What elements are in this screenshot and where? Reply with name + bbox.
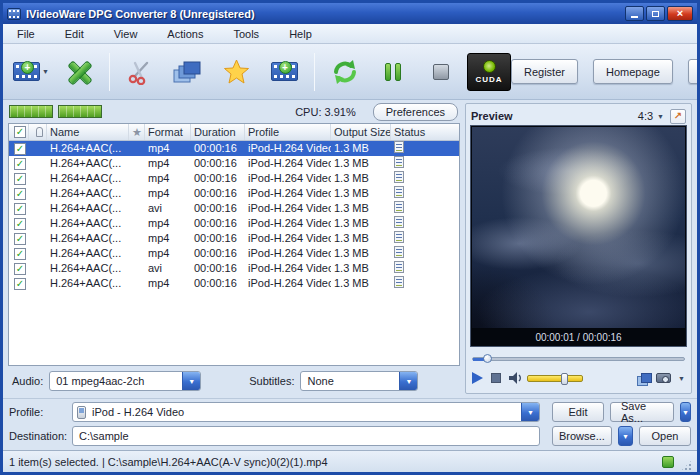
play-button[interactable] bbox=[472, 372, 483, 384]
chevron-down-icon[interactable]: ▼ bbox=[182, 372, 200, 390]
cuda-button[interactable]: CUDA bbox=[467, 49, 511, 95]
add-film-button[interactable]: + bbox=[262, 49, 306, 95]
merge-button[interactable] bbox=[166, 49, 210, 95]
row-checkbox[interactable]: ✓ bbox=[9, 156, 29, 171]
menu-help[interactable]: Help bbox=[289, 28, 312, 40]
stop-icon bbox=[433, 64, 449, 80]
row-checkbox[interactable]: ✓ bbox=[9, 246, 29, 261]
video-frame bbox=[472, 127, 685, 328]
table-row[interactable]: ✓ H.264+AAC(... mp4 00:00:16 iPod-H.264 … bbox=[9, 141, 459, 156]
table-row[interactable]: ✓ H.264+AAC(... mp4 00:00:16 iPod-H.264 … bbox=[9, 186, 459, 201]
row-checkbox[interactable]: ✓ bbox=[9, 216, 29, 231]
table-row[interactable]: ✓ H.264+AAC(... mp4 00:00:16 iPod-H.264 … bbox=[9, 231, 459, 246]
table-row[interactable]: ✓ H.264+AAC(... mp4 00:00:16 iPod-H.264 … bbox=[9, 246, 459, 261]
row-output-size: 1.3 MB bbox=[331, 231, 391, 246]
table-row[interactable]: ✓ H.264+AAC(... avi 00:00:16 iPod-H.264 … bbox=[9, 201, 459, 216]
save-as-button[interactable]: Save As... bbox=[610, 402, 674, 422]
row-checkbox[interactable]: ✓ bbox=[9, 171, 29, 186]
edit-profile-button[interactable]: Edit bbox=[552, 402, 604, 422]
table-row[interactable]: ✓ H.264+AAC(... mp4 00:00:16 iPod-H.264 … bbox=[9, 276, 459, 291]
attachment-column-header[interactable] bbox=[29, 124, 47, 140]
convert-button[interactable] bbox=[323, 49, 367, 95]
table-row[interactable]: ✓ H.264+AAC(... mp4 00:00:16 iPod-H.264 … bbox=[9, 156, 459, 171]
row-format: mp4 bbox=[145, 231, 191, 246]
menu-tools[interactable]: Tools bbox=[233, 28, 259, 40]
cuda-icon: CUDA bbox=[467, 53, 511, 91]
row-name: H.264+AAC(... bbox=[47, 276, 129, 291]
open-button[interactable]: Open bbox=[639, 426, 691, 446]
row-checkbox[interactable]: ✓ bbox=[9, 276, 29, 291]
row-name: H.264+AAC(... bbox=[47, 261, 129, 276]
help-button[interactable]: help bbox=[688, 59, 700, 84]
row-format: mp4 bbox=[145, 276, 191, 291]
close-button[interactable]: × bbox=[667, 6, 693, 21]
speaker-icon[interactable] bbox=[509, 372, 523, 384]
menu-file[interactable]: File bbox=[17, 28, 35, 40]
browse-dropdown-button[interactable]: ▼ bbox=[618, 426, 633, 446]
chevron-down-icon[interactable]: ▼ bbox=[678, 375, 685, 382]
table-row[interactable]: ✓ H.264+AAC(... mp4 00:00:16 iPod-H.264 … bbox=[9, 171, 459, 186]
status-icon bbox=[394, 201, 404, 213]
stop-playback-button[interactable] bbox=[491, 373, 501, 383]
register-button[interactable]: Register bbox=[511, 59, 578, 84]
destination-field[interactable]: C:\sample bbox=[72, 426, 540, 446]
table-row[interactable]: ✓ H.264+AAC(... mp4 00:00:16 iPod-H.264 … bbox=[9, 216, 459, 231]
audio-select[interactable]: 01 mpeg4aac-2ch ▼ bbox=[49, 371, 201, 391]
add-files-button[interactable]: + ▼ bbox=[9, 49, 53, 95]
row-checkbox[interactable]: ✓ bbox=[9, 201, 29, 216]
effects-button[interactable] bbox=[214, 49, 258, 95]
select-all-checkbox[interactable]: ✓ bbox=[9, 124, 29, 140]
progress-meter-2 bbox=[58, 105, 102, 118]
titlebar[interactable]: IVideoWare DPG Converter 8 (Unregistered… bbox=[3, 3, 697, 24]
pause-button[interactable] bbox=[371, 49, 415, 95]
menu-actions[interactable]: Actions bbox=[167, 28, 203, 40]
seek-thumb[interactable] bbox=[483, 354, 492, 363]
resize-grip[interactable] bbox=[680, 459, 693, 472]
status-icon bbox=[394, 141, 404, 153]
header-name[interactable]: Name bbox=[47, 124, 129, 140]
menu-edit[interactable]: Edit bbox=[65, 28, 84, 40]
video-screen: 00:00:01 / 00:00:16 bbox=[470, 125, 687, 347]
stop-button[interactable] bbox=[419, 49, 463, 95]
header-star[interactable]: ★ bbox=[129, 124, 145, 140]
frame-capture-icon[interactable] bbox=[637, 373, 651, 384]
chevron-down-icon[interactable]: ▼ bbox=[399, 372, 417, 390]
clip-button[interactable] bbox=[118, 49, 162, 95]
header-format[interactable]: Format bbox=[145, 124, 191, 140]
seek-slider[interactable] bbox=[472, 352, 685, 365]
row-checkbox[interactable]: ✓ bbox=[9, 186, 29, 201]
add-files-dropdown-icon[interactable]: ▼ bbox=[42, 68, 49, 75]
row-profile: iPod-H.264 Video bbox=[245, 156, 331, 171]
volume-slider[interactable] bbox=[527, 375, 583, 382]
row-checkbox[interactable]: ✓ bbox=[9, 231, 29, 246]
homepage-button[interactable]: Homepage bbox=[593, 59, 673, 84]
menu-view[interactable]: View bbox=[114, 28, 138, 40]
header-profile[interactable]: Profile bbox=[245, 124, 331, 140]
preferences-button[interactable]: Preferences bbox=[373, 103, 458, 121]
profile-select[interactable]: iPod - H.264 Video ▼ bbox=[72, 402, 540, 422]
row-checkbox[interactable]: ✓ bbox=[9, 141, 29, 156]
row-name: H.264+AAC(... bbox=[47, 201, 129, 216]
subtitles-select[interactable]: None ▼ bbox=[300, 371, 418, 391]
menubar: File Edit View Actions Tools Help bbox=[3, 24, 697, 44]
snapshot-camera-icon[interactable] bbox=[656, 373, 671, 383]
header-status[interactable]: Status bbox=[391, 124, 459, 140]
row-format: avi bbox=[145, 201, 191, 216]
profile-label: Profile: bbox=[9, 406, 66, 418]
status-icon bbox=[394, 216, 404, 228]
table-row[interactable]: ✓ H.264+AAC(... avi 00:00:16 iPod-H.264 … bbox=[9, 261, 459, 276]
popout-preview-icon[interactable]: ↗ bbox=[670, 109, 686, 124]
header-output-size[interactable]: Output Size bbox=[331, 124, 391, 140]
volume-thumb[interactable] bbox=[561, 373, 568, 385]
row-name: H.264+AAC(... bbox=[47, 231, 129, 246]
row-checkbox[interactable]: ✓ bbox=[9, 261, 29, 276]
maximize-button[interactable] bbox=[646, 6, 665, 21]
status-icon bbox=[394, 231, 404, 243]
remove-file-button[interactable] bbox=[57, 49, 101, 95]
aspect-ratio-select[interactable]: 4:3▼ bbox=[638, 110, 664, 122]
header-duration[interactable]: Duration bbox=[191, 124, 245, 140]
chevron-down-icon[interactable]: ▼ bbox=[521, 403, 539, 421]
minimize-button[interactable] bbox=[625, 6, 644, 21]
save-as-dropdown-button[interactable]: ▼ bbox=[680, 402, 691, 422]
browse-button[interactable]: Browse... bbox=[552, 426, 612, 446]
